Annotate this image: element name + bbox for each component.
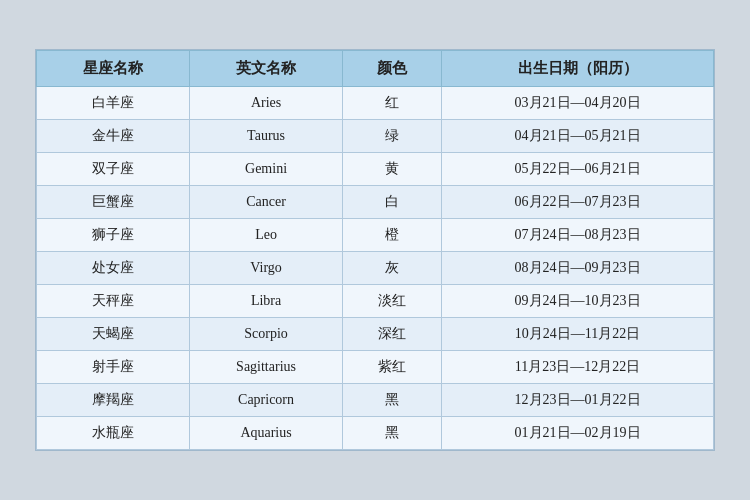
cell-english: Virgo: [190, 252, 343, 285]
cell-color: 黑: [343, 417, 442, 450]
cell-dates: 04月21日—05月21日: [442, 120, 714, 153]
table-row: 狮子座Leo橙07月24日—08月23日: [37, 219, 714, 252]
cell-color: 灰: [343, 252, 442, 285]
cell-dates: 11月23日—12月22日: [442, 351, 714, 384]
cell-english: Aquarius: [190, 417, 343, 450]
cell-dates: 07月24日—08月23日: [442, 219, 714, 252]
cell-color: 橙: [343, 219, 442, 252]
zodiac-table: 星座名称 英文名称 颜色 出生日期（阳历） 白羊座Aries红03月21日—04…: [36, 50, 714, 450]
col-header-english: 英文名称: [190, 51, 343, 87]
table-row: 巨蟹座Cancer白06月22日—07月23日: [37, 186, 714, 219]
table-row: 处女座Virgo灰08月24日—09月23日: [37, 252, 714, 285]
cell-chinese: 白羊座: [37, 87, 190, 120]
table-row: 水瓶座Aquarius黑01月21日—02月19日: [37, 417, 714, 450]
cell-color: 紫红: [343, 351, 442, 384]
cell-dates: 05月22日—06月21日: [442, 153, 714, 186]
table-row: 摩羯座Capricorn黑12月23日—01月22日: [37, 384, 714, 417]
cell-dates: 09月24日—10月23日: [442, 285, 714, 318]
col-header-dates: 出生日期（阳历）: [442, 51, 714, 87]
cell-chinese: 处女座: [37, 252, 190, 285]
cell-chinese: 摩羯座: [37, 384, 190, 417]
cell-english: Sagittarius: [190, 351, 343, 384]
cell-chinese: 天蝎座: [37, 318, 190, 351]
cell-color: 深红: [343, 318, 442, 351]
cell-english: Scorpio: [190, 318, 343, 351]
cell-chinese: 水瓶座: [37, 417, 190, 450]
cell-english: Aries: [190, 87, 343, 120]
table-row: 白羊座Aries红03月21日—04月20日: [37, 87, 714, 120]
cell-chinese: 天秤座: [37, 285, 190, 318]
zodiac-table-container: 星座名称 英文名称 颜色 出生日期（阳历） 白羊座Aries红03月21日—04…: [35, 49, 715, 451]
cell-dates: 12月23日—01月22日: [442, 384, 714, 417]
cell-color: 黑: [343, 384, 442, 417]
table-row: 天蝎座Scorpio深红10月24日—11月22日: [37, 318, 714, 351]
cell-chinese: 狮子座: [37, 219, 190, 252]
cell-chinese: 射手座: [37, 351, 190, 384]
cell-dates: 10月24日—11月22日: [442, 318, 714, 351]
cell-color: 白: [343, 186, 442, 219]
table-row: 双子座Gemini黄05月22日—06月21日: [37, 153, 714, 186]
cell-english: Capricorn: [190, 384, 343, 417]
cell-dates: 08月24日—09月23日: [442, 252, 714, 285]
col-header-color: 颜色: [343, 51, 442, 87]
cell-english: Leo: [190, 219, 343, 252]
cell-english: Gemini: [190, 153, 343, 186]
table-header-row: 星座名称 英文名称 颜色 出生日期（阳历）: [37, 51, 714, 87]
cell-dates: 03月21日—04月20日: [442, 87, 714, 120]
cell-color: 黄: [343, 153, 442, 186]
cell-color: 绿: [343, 120, 442, 153]
cell-chinese: 巨蟹座: [37, 186, 190, 219]
col-header-chinese: 星座名称: [37, 51, 190, 87]
cell-english: Libra: [190, 285, 343, 318]
cell-dates: 06月22日—07月23日: [442, 186, 714, 219]
table-row: 金牛座Taurus绿04月21日—05月21日: [37, 120, 714, 153]
cell-english: Taurus: [190, 120, 343, 153]
cell-chinese: 双子座: [37, 153, 190, 186]
cell-color: 淡红: [343, 285, 442, 318]
table-row: 天秤座Libra淡红09月24日—10月23日: [37, 285, 714, 318]
table-row: 射手座Sagittarius紫红11月23日—12月22日: [37, 351, 714, 384]
cell-chinese: 金牛座: [37, 120, 190, 153]
cell-english: Cancer: [190, 186, 343, 219]
cell-dates: 01月21日—02月19日: [442, 417, 714, 450]
table-body: 白羊座Aries红03月21日—04月20日金牛座Taurus绿04月21日—0…: [37, 87, 714, 450]
cell-color: 红: [343, 87, 442, 120]
